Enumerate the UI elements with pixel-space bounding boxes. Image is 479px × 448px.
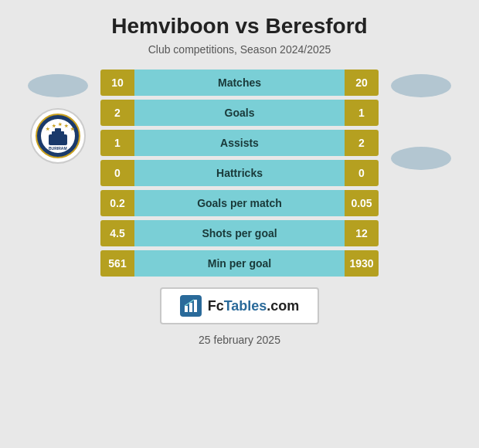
stat-right-value: 1 — [345, 100, 379, 126]
stat-left-value: 561 — [100, 250, 134, 277]
svg-rect-2 — [49, 134, 67, 145]
stat-right-value: 12 — [345, 220, 379, 246]
stats-column: 10Matches202Goals11Assists20Hattricks00.… — [100, 70, 379, 277]
stat-row: 10Matches20 — [100, 70, 379, 96]
stat-row: 561Min per goal1930 — [100, 250, 379, 277]
left-team-logo: ★ ★ ★ ★ ★ BURIRAM — [30, 108, 86, 164]
left-oval-badge — [28, 74, 88, 97]
fctables-text: FcTables.com — [208, 298, 300, 314]
right-oval-badge — [391, 74, 451, 97]
stat-left-value: 10 — [100, 70, 134, 96]
stat-right-value: 1930 — [345, 250, 379, 277]
comparison-area: ★ ★ ★ ★ ★ BURIRAM 10Matches202Goals11Ass… — [15, 70, 464, 277]
svg-rect-4 — [55, 128, 61, 132]
fctables-icon — [180, 295, 202, 317]
stat-right-value: 20 — [345, 70, 379, 96]
stat-label: Goals per match — [134, 190, 345, 216]
left-team-col: ★ ★ ★ ★ ★ BURIRAM — [15, 70, 100, 164]
stat-label: Matches — [134, 70, 345, 96]
stat-left-value: 0.2 — [100, 190, 134, 216]
svg-text:BURIRAM: BURIRAM — [49, 146, 67, 151]
stat-left-value: 0 — [100, 160, 134, 186]
subtitle: Club competitions, Season 2024/2025 — [148, 43, 331, 56]
stat-right-value: 2 — [345, 130, 379, 156]
stat-label: Assists — [134, 130, 345, 156]
stat-label: Goals — [134, 100, 345, 126]
stat-label: Min per goal — [134, 250, 345, 277]
stat-row: 2Goals1 — [100, 100, 379, 126]
stat-label: Shots per goal — [134, 220, 345, 246]
svg-rect-11 — [185, 306, 188, 312]
right-team-col — [379, 70, 464, 170]
stat-row: 0Hattricks0 — [100, 160, 379, 186]
stat-row: 0.2Goals per match0.05 — [100, 190, 379, 216]
right-oval-badge-2 — [391, 147, 451, 170]
stat-left-value: 4.5 — [100, 220, 134, 246]
stat-right-value: 0 — [345, 160, 379, 186]
fctables-banner: FcTables.com — [160, 287, 320, 324]
stat-left-value: 2 — [100, 100, 134, 126]
stat-left-value: 1 — [100, 130, 134, 156]
page-wrapper: Hemviboon vs Beresford Club competitions… — [0, 0, 479, 448]
stat-row: 4.5Shots per goal12 — [100, 220, 379, 246]
svg-rect-12 — [189, 303, 192, 312]
stat-right-value: 0.05 — [345, 190, 379, 216]
page-title: Hemviboon vs Beresford — [111, 14, 367, 39]
svg-rect-13 — [194, 300, 197, 312]
stat-row: 1Assists2 — [100, 130, 379, 156]
stat-label: Hattricks — [134, 160, 345, 186]
date-footer: 25 february 2025 — [199, 334, 280, 346]
